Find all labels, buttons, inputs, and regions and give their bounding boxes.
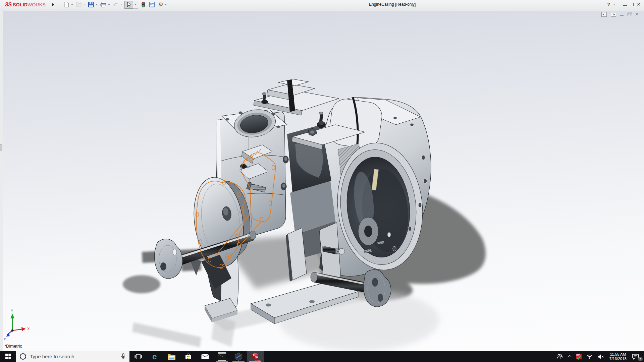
menu-flyout-arrow-icon[interactable]	[52, 3, 54, 6]
graphics-area[interactable]: ✕ Y X z *Dimetric	[0, 11, 644, 351]
view-orientation-label: *Dimetric	[4, 344, 22, 349]
new-document-button[interactable]	[63, 1, 70, 8]
task-view-icon	[134, 353, 142, 360]
triad-z-label: z	[4, 337, 6, 341]
check-icon	[576, 354, 582, 360]
divider	[49, 1, 49, 8]
taskbar-search[interactable]	[16, 351, 129, 362]
mail-icon	[201, 353, 209, 360]
solidworks-tray-icon: SW	[576, 354, 582, 359]
network-button[interactable]	[584, 351, 595, 362]
taskbar-app-command-prompt[interactable]: C:\	[213, 351, 230, 362]
windows-logo-icon	[5, 354, 11, 359]
panel-splitter-handle[interactable]	[0, 144, 2, 150]
svg-text:S: S	[253, 353, 255, 356]
people-button[interactable]	[554, 351, 566, 362]
select-dropdown-caret	[135, 4, 137, 5]
new-dropdown-caret[interactable]	[71, 4, 73, 5]
solidworks-app-icon: S W	[251, 352, 260, 360]
desktop: ЗS SOLID WORKS	[0, 0, 644, 362]
store-icon	[184, 353, 192, 360]
command-prompt-icon: C:\	[218, 352, 226, 361]
people-icon	[556, 354, 564, 359]
system-tray: SW 11:55 AM	[554, 351, 644, 362]
hexagon-app-icon	[234, 352, 243, 361]
select-cursor-icon	[126, 2, 131, 8]
open-dropdown-caret	[84, 4, 86, 5]
ds-logo-icon: ЗS	[5, 1, 11, 8]
window-controls: ? ✕	[607, 0, 641, 9]
open-icon	[75, 1, 82, 8]
doc-restore-button[interactable]	[628, 13, 631, 16]
pane-left-icon[interactable]	[601, 12, 607, 17]
notification-badge: 3	[638, 357, 643, 361]
restore-button[interactable]	[630, 3, 634, 6]
action-center-button[interactable]: 3	[630, 351, 644, 362]
taskbar-app-hexagon[interactable]	[230, 351, 247, 362]
doc-close-button[interactable]: ✕	[635, 12, 639, 16]
clock-date: 7/13/2018	[609, 357, 627, 361]
edge-icon: e	[152, 353, 157, 361]
search-input[interactable]	[29, 353, 118, 360]
clock-time: 11:55 AM	[609, 352, 627, 357]
feature-panel-edge	[0, 11, 3, 351]
select-dropdown[interactable]	[133, 1, 138, 9]
start-button[interactable]	[0, 351, 16, 362]
document-window-controls: ✕	[601, 12, 639, 17]
pane-right-icon[interactable]	[611, 12, 616, 17]
undo-dropdown-caret	[120, 4, 122, 5]
quick-access-toolbar: ⚙	[63, 1, 169, 9]
traffic-light-icon	[141, 1, 145, 8]
svg-text:W: W	[256, 356, 259, 359]
rebuild-traffic-light-button[interactable]	[141, 1, 146, 8]
cortana-icon	[20, 353, 26, 360]
brand-works: WORKS	[28, 2, 46, 7]
undo-icon	[112, 1, 119, 8]
doc-minimize-button[interactable]	[620, 15, 624, 16]
options-dropdown-caret[interactable]	[165, 4, 167, 5]
print-icon	[100, 1, 107, 8]
orientation-triad: Y X z	[1, 303, 32, 341]
close-button[interactable]: ✕	[637, 2, 641, 7]
document-title: EngineCasing [Read-only]	[369, 2, 416, 7]
file-properties-icon	[149, 1, 155, 8]
taskbar-clock[interactable]: 11:55 AM 7/13/2018	[606, 352, 630, 361]
chevron-up-icon	[568, 355, 572, 359]
sw-year-label: 2017	[255, 360, 260, 362]
help-button[interactable]: ?	[607, 2, 610, 7]
show-hidden-icons-button[interactable]	[566, 351, 574, 362]
save-icon	[88, 1, 94, 8]
taskbar-app-store[interactable]	[180, 351, 197, 362]
help-dropdown-caret[interactable]	[613, 4, 615, 5]
volume-muted-icon	[598, 354, 604, 359]
select-tool-button[interactable]	[124, 1, 133, 9]
task-view-button[interactable]	[129, 351, 146, 362]
solidworks-logo: ЗS SOLID WORKS	[0, 1, 46, 8]
minimize-button[interactable]	[623, 5, 627, 6]
save-dropdown-caret[interactable]	[96, 4, 98, 5]
new-document-icon	[63, 1, 70, 8]
solidworks-tray-button[interactable]: SW	[574, 351, 584, 362]
microphone-icon[interactable]	[121, 353, 126, 360]
open-button[interactable]	[75, 1, 83, 8]
taskbar-app-file-explorer[interactable]	[163, 351, 180, 362]
undo-button	[112, 1, 119, 8]
file-explorer-icon	[167, 353, 176, 360]
print-button[interactable]	[100, 1, 107, 8]
titlebar: ЗS SOLID WORKS	[0, 0, 644, 9]
taskbar-app-mail[interactable]	[197, 351, 213, 362]
taskbar: e C:	[0, 351, 644, 362]
taskbar-app-solidworks[interactable]: S W 2017	[247, 351, 264, 362]
options-button[interactable]: ⚙	[158, 1, 164, 8]
triad-y-label: Y	[11, 309, 13, 313]
save-button[interactable]	[88, 1, 95, 8]
left-rod-flange	[155, 239, 183, 279]
file-properties-button[interactable]	[149, 1, 156, 8]
triad-x-label: X	[27, 327, 30, 331]
taskbar-app-edge[interactable]: e	[146, 351, 163, 362]
gear-icon: ⚙	[158, 1, 163, 8]
volume-button[interactable]	[595, 351, 606, 362]
print-dropdown-caret[interactable]	[108, 4, 110, 5]
model-engine-casing[interactable]	[0, 11, 644, 351]
wifi-icon	[586, 354, 593, 359]
